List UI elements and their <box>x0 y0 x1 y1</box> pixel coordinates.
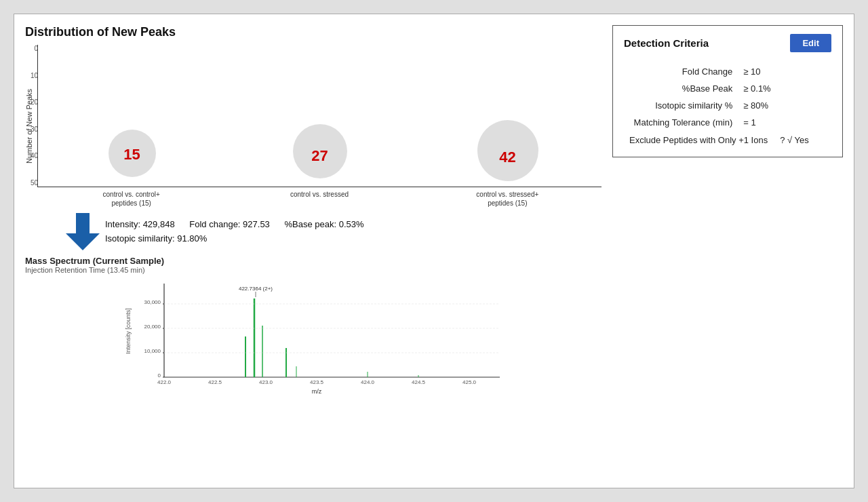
panel-title: Distribution of New Peaks <box>25 25 601 39</box>
svg-text:Intensity [counts]: Intensity [counts] <box>125 308 132 354</box>
edit-button[interactable]: Edit <box>790 34 831 52</box>
right-panel: Detection Criteria Edit Fold Change ≥ 10… <box>612 25 843 477</box>
y-ticks: 50 40 30 20 10 0 <box>19 45 38 187</box>
left-panel: Distribution of New Peaks Number of New … <box>25 25 601 477</box>
svg-text:422.7364 (2+): 422.7364 (2+) <box>239 286 273 292</box>
down-arrow-icon <box>66 213 100 250</box>
criteria-label-exclude: Exclude Peptides with Only +1 Ions ? √ Y… <box>624 131 831 149</box>
main-container: Distribution of New Peaks Number of New … <box>14 14 854 488</box>
criteria-value-tolerance: = 1 <box>738 114 831 131</box>
svg-text:423.0: 423.0 <box>259 379 273 385</box>
bar-label-1: control vs. control+peptides (15) <box>37 187 225 208</box>
criteria-label-base-peak: %Base Peak <box>624 80 738 97</box>
bar-chart-area: Number of New Peaks 50 40 30 20 10 0 <box>25 45 601 208</box>
criteria-title: Detection Criteria <box>624 37 709 49</box>
bubble-number-2: 27 <box>311 147 328 165</box>
svg-text:422.0: 422.0 <box>157 379 172 385</box>
svg-text:422.5: 422.5 <box>208 379 222 385</box>
criteria-value-base-peak: ≥ 0.1% <box>738 80 831 97</box>
x-labels-row: control vs. control+peptides (15) contro… <box>37 187 601 208</box>
criteria-label-fold-change: Fold Change <box>624 63 738 80</box>
svg-text:425.0: 425.0 <box>462 379 477 385</box>
criteria-label-isotopic: Isotopic similarity % <box>624 97 738 114</box>
criteria-row-exclude: Exclude Peptides with Only +1 Ions ? √ Y… <box>624 131 831 149</box>
bubble-number-1: 15 <box>123 146 140 163</box>
criteria-table: Fold Change ≥ 10 %Base Peak ≥ 0.1% Isoto… <box>624 63 831 149</box>
svg-text:10,000: 10,000 <box>144 348 161 354</box>
criteria-row-fold-change: Fold Change ≥ 10 <box>624 63 831 80</box>
svg-text:20,000: 20,000 <box>144 324 161 330</box>
svg-text:m/z: m/z <box>312 388 322 395</box>
bar-label-2: control vs. stressed <box>225 187 413 208</box>
fold-change-label: Fold change: 927.53 <box>189 219 270 229</box>
criteria-row-isotopic: Isotopic similarity % ≥ 80% <box>624 97 831 114</box>
intensity-label: Intensity: 429,848 <box>105 219 175 229</box>
criteria-label-tolerance: Matching Tolerance (min) <box>624 114 738 131</box>
bar-label-3: control vs. stressed+peptides (15) <box>414 187 601 208</box>
svg-text:424.0: 424.0 <box>361 379 375 385</box>
spectrum-subtitle: Injection Retention Time (13.45 min) <box>25 266 601 274</box>
criteria-panel: Detection Criteria Edit Fold Change ≥ 10… <box>612 25 843 157</box>
criteria-row-base-peak: %Base Peak ≥ 0.1% <box>624 80 831 97</box>
base-peak-label: %Base peak: 0.53% <box>285 219 364 229</box>
spectrum-section: Mass Spectrum (Current Sample) Injection… <box>25 256 601 402</box>
criteria-value-fold-change: ≥ 10 <box>738 63 831 80</box>
chart-plot: 50 40 30 20 10 0 15 <box>37 45 601 187</box>
svg-text:30,000: 30,000 <box>144 299 161 305</box>
isotopic-label: Isotopic similarity: 91.80% <box>105 233 207 244</box>
spectrum-chart: Intensity [counts] 0 10,000 20,000 30,00… <box>25 277 601 399</box>
criteria-row-tolerance: Matching Tolerance (min) = 1 <box>624 114 831 131</box>
spectrum-title: Mass Spectrum (Current Sample) <box>25 256 601 266</box>
bubble-number-3: 42 <box>499 149 515 166</box>
arrow-section: Intensity: 429,848 Fold change: 927.53 %… <box>66 213 601 250</box>
svg-text:0: 0 <box>158 372 161 379</box>
stats-lines: Intensity: 429,848 Fold change: 927.53 %… <box>105 218 364 246</box>
svg-text:424.5: 424.5 <box>412 379 426 385</box>
criteria-header: Detection Criteria Edit <box>624 34 831 52</box>
chart-inner: 50 40 30 20 10 0 15 <box>37 45 601 208</box>
svg-text:423.5: 423.5 <box>310 379 324 385</box>
svg-marker-0 <box>66 213 100 250</box>
criteria-value-isotopic: ≥ 80% <box>738 97 831 114</box>
